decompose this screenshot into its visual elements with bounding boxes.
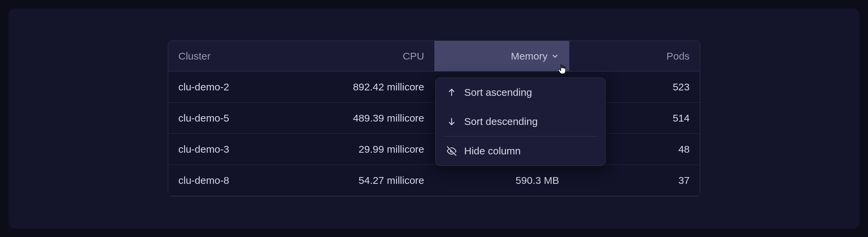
arrow-down-icon (447, 116, 457, 127)
sort-ascending-option[interactable]: Sort ascending (436, 78, 605, 107)
column-header-memory[interactable]: Memory (434, 41, 569, 71)
table-row[interactable]: clu-demo-5 489.39 millicore 514 (168, 103, 700, 134)
cell-cluster: clu-demo-5 (168, 112, 297, 124)
sort-descending-option[interactable]: Sort descending (436, 107, 605, 136)
table-header-row: Cluster CPU Memory Pods (168, 41, 700, 71)
cell-cluster: clu-demo-8 (168, 175, 297, 186)
table-row[interactable]: clu-demo-3 29.99 millicore 48 (168, 134, 700, 165)
cell-memory: 590.3 MB (434, 175, 569, 186)
table-row[interactable]: clu-demo-2 892.42 millicore 523 (168, 71, 700, 103)
cell-cluster: clu-demo-3 (168, 144, 297, 155)
cell-pods: 37 (569, 175, 700, 186)
column-menu-dropdown: Sort ascending Sort descending Hide colu… (435, 78, 606, 166)
column-header-pods[interactable]: Pods (569, 50, 700, 62)
cell-cpu: 54.27 millicore (297, 175, 434, 186)
column-header-cpu[interactable]: CPU (297, 50, 434, 62)
hide-column-label: Hide column (464, 145, 521, 157)
cell-cpu: 892.42 millicore (297, 81, 434, 93)
pointer-cursor-icon (558, 64, 567, 74)
hide-column-option[interactable]: Hide column (436, 136, 605, 166)
panel: Cluster CPU Memory Pods clu-demo-2 892.4… (8, 8, 860, 229)
arrow-up-icon (447, 87, 457, 98)
sort-descending-label: Sort descending (464, 116, 538, 127)
eye-off-icon (447, 146, 457, 156)
chevron-down-icon (551, 52, 559, 60)
cell-cpu: 489.39 millicore (297, 112, 434, 124)
cell-cpu: 29.99 millicore (297, 144, 434, 155)
clusters-table: Cluster CPU Memory Pods clu-demo-2 892.4… (168, 41, 700, 196)
sort-ascending-label: Sort ascending (464, 87, 532, 98)
table-row[interactable]: clu-demo-8 54.27 millicore 590.3 MB 37 (168, 165, 700, 196)
column-header-cluster[interactable]: Cluster (168, 50, 297, 62)
column-header-memory-label: Memory (511, 50, 548, 62)
cell-cluster: clu-demo-2 (168, 81, 297, 93)
